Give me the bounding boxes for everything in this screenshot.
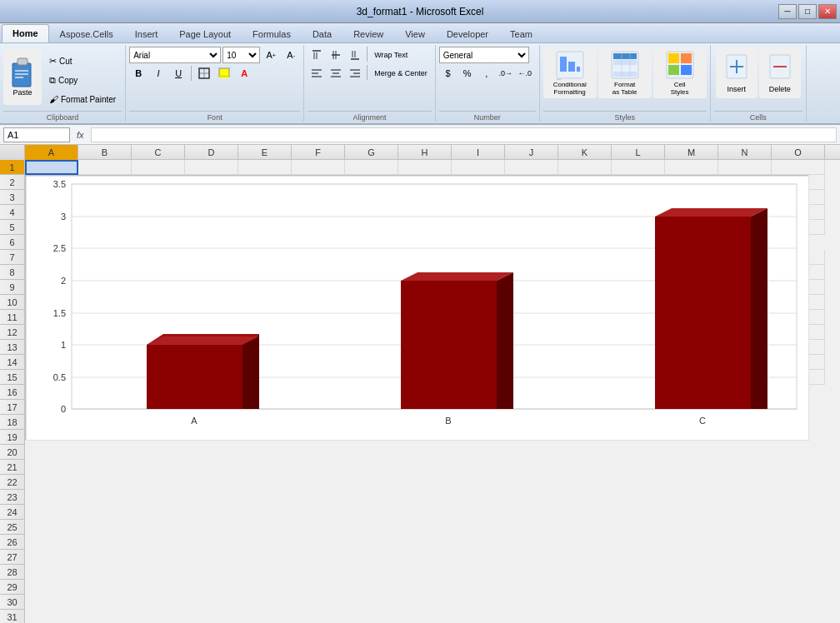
row-header-17[interactable]: 17 xyxy=(0,400,25,415)
row-header-23[interactable]: 23 xyxy=(0,490,25,505)
tab-insert[interactable]: Insert xyxy=(124,24,169,42)
row-header-19[interactable]: 19 xyxy=(0,430,25,445)
increase-decimal-button[interactable]: .0→ xyxy=(497,65,515,82)
col-header-F[interactable]: F xyxy=(292,145,345,160)
cell-styles-button[interactable]: CellStyles xyxy=(653,48,707,98)
row-header-11[interactable]: 11 xyxy=(0,310,25,325)
cell-H1[interactable] xyxy=(398,160,452,175)
chart-area[interactable]: 3.5 3 2.5 2 1.5 1 0.5 0 xyxy=(25,175,808,440)
row-header-18[interactable]: 18 xyxy=(0,415,25,430)
font-family-select[interactable]: Arial xyxy=(129,47,221,63)
row-header-26[interactable]: 26 xyxy=(0,535,25,550)
row-header-30[interactable]: 30 xyxy=(0,595,25,610)
number-format-select[interactable]: General xyxy=(439,47,529,63)
fill-color-button[interactable] xyxy=(215,65,233,82)
col-header-G[interactable]: G xyxy=(345,145,398,160)
col-header-O[interactable]: O xyxy=(772,145,825,160)
wrap-text-button[interactable]: Wrap Text xyxy=(370,47,412,63)
col-header-A[interactable]: A xyxy=(25,145,78,160)
cell-B1[interactable] xyxy=(78,160,132,175)
cut-button[interactable]: ✂ Cut xyxy=(43,52,122,70)
underline-button[interactable]: U xyxy=(169,65,188,82)
row-header-3[interactable]: 3 xyxy=(0,190,25,205)
col-header-M[interactable]: M xyxy=(665,145,718,160)
comma-button[interactable]: , xyxy=(478,65,496,82)
tab-page-layout[interactable]: Page Layout xyxy=(168,24,242,42)
cell-L1[interactable] xyxy=(612,160,665,175)
tab-view[interactable]: View xyxy=(394,24,436,42)
align-middle-button[interactable] xyxy=(327,47,345,63)
cell-A1[interactable] xyxy=(25,160,78,175)
row-header-9[interactable]: 9 xyxy=(0,280,25,295)
col-header-N[interactable]: N xyxy=(718,145,772,160)
row-header-21[interactable]: 21 xyxy=(0,460,25,475)
col-header-E[interactable]: E xyxy=(238,145,292,160)
delete-button[interactable]: Delete xyxy=(759,48,801,98)
align-bottom-button[interactable] xyxy=(346,47,364,63)
cell-M1[interactable] xyxy=(665,160,718,175)
row-header-1[interactable]: 1 xyxy=(0,160,25,175)
cell-O1[interactable] xyxy=(772,160,825,175)
conditional-formatting-button[interactable]: ... ConditionalFormatting xyxy=(543,48,597,98)
row-header-5[interactable]: 5 xyxy=(0,220,25,235)
corner-cell[interactable] xyxy=(0,145,25,160)
row-header-6[interactable]: 6 xyxy=(0,235,25,250)
row-header-16[interactable]: 16 xyxy=(0,385,25,400)
insert-button[interactable]: Insert xyxy=(716,48,758,98)
name-box[interactable] xyxy=(3,127,70,142)
minimize-button[interactable]: ─ xyxy=(778,4,797,19)
currency-button[interactable]: $ xyxy=(439,65,458,82)
align-left-button[interactable] xyxy=(308,65,326,82)
row-header-12[interactable]: 12 xyxy=(0,325,25,340)
cell-E1[interactable] xyxy=(238,160,292,175)
cell-K1[interactable] xyxy=(558,160,612,175)
row-header-13[interactable]: 13 xyxy=(0,340,25,355)
close-button[interactable]: ✕ xyxy=(818,4,837,19)
formula-input[interactable] xyxy=(91,127,837,142)
row-header-28[interactable]: 28 xyxy=(0,565,25,580)
tab-formulas[interactable]: Formulas xyxy=(242,24,302,42)
align-right-button[interactable] xyxy=(346,65,364,82)
decrease-decimal-button[interactable]: ←.0 xyxy=(516,65,534,82)
row-header-20[interactable]: 20 xyxy=(0,445,25,460)
align-center-button[interactable] xyxy=(327,65,345,82)
font-color-button[interactable]: A xyxy=(235,65,253,82)
maximize-button[interactable]: □ xyxy=(798,4,817,19)
row-header-2[interactable]: 2 xyxy=(0,175,25,190)
fx-button[interactable]: fx xyxy=(73,130,88,140)
row-header-10[interactable]: 10 xyxy=(0,295,25,310)
row-header-7[interactable]: 7 xyxy=(0,250,25,265)
cell-D1[interactable] xyxy=(185,160,238,175)
cell-G1[interactable] xyxy=(345,160,398,175)
format-painter-button[interactable]: 🖌 Format Painter xyxy=(43,90,122,108)
row-header-8[interactable]: 8 xyxy=(0,265,25,280)
font-size-select[interactable]: 10 xyxy=(222,47,260,63)
cell-C1[interactable] xyxy=(132,160,185,175)
row-header-15[interactable]: 15 xyxy=(0,370,25,385)
tab-aspose[interactable]: Aspose.Cells xyxy=(49,24,124,42)
tab-data[interactable]: Data xyxy=(302,24,342,42)
percent-button[interactable]: % xyxy=(458,65,477,82)
col-header-D[interactable]: D xyxy=(185,145,238,160)
font-shrink-button[interactable]: A- xyxy=(282,47,300,63)
copy-button[interactable]: ⧉ Copy xyxy=(43,71,122,89)
align-top-button[interactable] xyxy=(308,47,326,63)
format-as-table-button[interactable]: Formatas Table xyxy=(598,48,652,98)
col-header-L[interactable]: L xyxy=(612,145,665,160)
italic-button[interactable]: I xyxy=(149,65,168,82)
row-header-4[interactable]: 4 xyxy=(0,205,25,220)
tab-team[interactable]: Team xyxy=(499,24,543,42)
row-header-27[interactable]: 27 xyxy=(0,550,25,565)
row-header-25[interactable]: 25 xyxy=(0,520,25,535)
tab-review[interactable]: Review xyxy=(342,24,394,42)
cell-J1[interactable] xyxy=(505,160,558,175)
row-header-22[interactable]: 22 xyxy=(0,475,25,490)
row-header-24[interactable]: 24 xyxy=(0,505,25,520)
tab-home[interactable]: Home xyxy=(2,24,49,42)
merge-center-button[interactable]: Merge & Center xyxy=(370,65,432,82)
borders-button[interactable] xyxy=(195,65,213,82)
font-grow-button[interactable]: A+ xyxy=(262,47,280,63)
col-header-C[interactable]: C xyxy=(132,145,185,160)
col-header-J[interactable]: J xyxy=(505,145,558,160)
col-header-I[interactable]: I xyxy=(452,145,505,160)
